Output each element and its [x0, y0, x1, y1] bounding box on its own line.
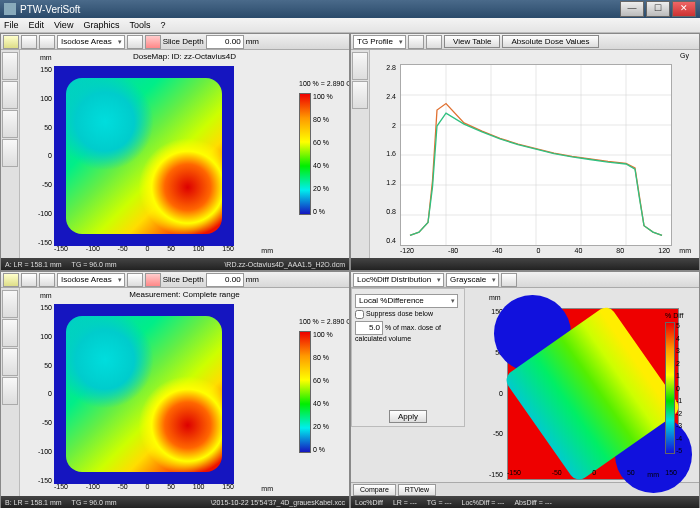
- sidetab[interactable]: [2, 81, 18, 109]
- slice-unit: mm: [246, 275, 259, 284]
- x-axis-ticks: -120-80-4004080120: [400, 247, 670, 254]
- apply-button[interactable]: Apply: [389, 410, 427, 423]
- y-axis-ticks: 150100500-50-100-150: [34, 304, 52, 484]
- slice-depth-input[interactable]: 0.00: [206, 35, 244, 49]
- slice-unit: mm: [246, 37, 259, 46]
- diff-controls: Local %Difference Suppress dose below 5.…: [351, 288, 465, 427]
- colorbar: 100 % = 2.890 Gy 100 %80 %60 %40 %20 %0 …: [299, 318, 343, 453]
- save-icon[interactable]: [21, 35, 37, 49]
- minimize-button[interactable]: —: [620, 1, 644, 17]
- normalization-text: 100 % = 2.890 Gy: [299, 80, 343, 87]
- sidetab[interactable]: [352, 52, 368, 80]
- x-axis-ticks: -150-100-50050100150: [54, 245, 234, 252]
- window-title: PTW-VeriSoft: [20, 4, 620, 15]
- maximize-button[interactable]: ☐: [646, 1, 670, 17]
- tab-compare[interactable]: Compare: [353, 484, 396, 496]
- suppress-label: Suppress dose below: [366, 310, 433, 317]
- sidetab[interactable]: [2, 139, 18, 167]
- sidetab[interactable]: [2, 52, 18, 80]
- abs-dose-button[interactable]: Absolute Dose Values: [502, 35, 598, 48]
- y-axis-ticks: 2.82.421.61.20.80.4: [376, 64, 396, 244]
- diff-dist-select[interactable]: Loc%Diff Distribution: [353, 273, 444, 287]
- profile-select[interactable]: TG Profile: [353, 35, 406, 49]
- colormap-select[interactable]: Grayscale: [446, 273, 499, 287]
- status-bar-d: Loc%DiffLR = ---TG = ---Loc%Diff = ---Ab…: [351, 496, 699, 508]
- suppress-checkbox[interactable]: [355, 310, 364, 319]
- normalization-text: 100 % = 2.890 Gy: [299, 318, 343, 325]
- app-icon: [4, 3, 16, 15]
- menu-help[interactable]: ?: [160, 20, 165, 30]
- x-axis-unit: mm: [679, 247, 691, 254]
- options-icon[interactable]: [426, 35, 442, 49]
- diff-colorbar: % Diff 543210-1-2-3-4-5: [665, 312, 695, 454]
- close-button[interactable]: ✕: [672, 1, 696, 17]
- heatmap[interactable]: [54, 66, 234, 246]
- status-bar-c: B: LR = 158.1 mmTG = 96.0 mm \2015-10-22…: [1, 496, 349, 508]
- x-axis-ticks: -150-100-50050100150: [54, 483, 234, 490]
- diff-mode-select[interactable]: Local %Difference: [355, 294, 458, 308]
- refresh-icon[interactable]: [408, 35, 424, 49]
- marker-icon[interactable]: [145, 35, 161, 49]
- open-file-icon[interactable]: [3, 35, 19, 49]
- sidetab[interactable]: [352, 81, 368, 109]
- print-icon[interactable]: [39, 35, 55, 49]
- tg-profile-plot[interactable]: Gy 2.82.421.61.20.80.4 -120-80-: [370, 50, 699, 258]
- dosemap-b-plot[interactable]: Measurement: Complete range mm 150100500…: [20, 288, 349, 496]
- overlay-select[interactable]: Isodose Areas: [57, 35, 125, 49]
- tab-rtview[interactable]: RTView: [398, 484, 436, 496]
- x-axis-unit: mm: [261, 485, 273, 492]
- sidetab[interactable]: [2, 377, 18, 405]
- heatmap[interactable]: [54, 304, 234, 484]
- pane-measurement-b: Isodose Areas Slice Depth 0.00 mm Measur…: [0, 271, 350, 508]
- pane-tg-profile: TG Profile View Table Absolute Dose Valu…: [350, 33, 700, 271]
- dosemap-a-plot[interactable]: DoseMap: ID: zz-Octavius4D mm 150100500-…: [20, 50, 349, 258]
- y-axis-ticks: 150100500-50-100-150: [34, 66, 52, 246]
- zoom-icon[interactable]: [127, 35, 143, 49]
- sidetab[interactable]: [2, 290, 18, 318]
- marker-icon[interactable]: [145, 273, 161, 287]
- line-chart[interactable]: [400, 64, 672, 246]
- view-table-button[interactable]: View Table: [444, 35, 500, 48]
- menu-edit[interactable]: Edit: [29, 20, 45, 30]
- slice-depth-input[interactable]: 0.00: [206, 273, 244, 287]
- window-titlebar: PTW-VeriSoft — ☐ ✕: [0, 0, 700, 18]
- slice-depth-label: Slice Depth: [163, 275, 204, 284]
- y-axis-unit: mm: [40, 292, 52, 299]
- suppress-value-input[interactable]: 5.0: [355, 321, 383, 335]
- menu-view[interactable]: View: [54, 20, 73, 30]
- status-bar-b: [351, 258, 699, 270]
- menu-graphics[interactable]: Graphics: [83, 20, 119, 30]
- diff-heatmap[interactable]: [507, 308, 679, 480]
- x-axis-unit: mm: [261, 247, 273, 254]
- print-icon[interactable]: [39, 273, 55, 287]
- save-icon[interactable]: [21, 273, 37, 287]
- overlay-select[interactable]: Isodose Areas: [57, 273, 125, 287]
- options-icon[interactable]: [501, 273, 517, 287]
- open-file-icon[interactable]: [3, 273, 19, 287]
- pane-dosemap-a: Isodose Areas Slice Depth 0.00 mm DoseMa…: [0, 33, 350, 271]
- zoom-icon[interactable]: [127, 273, 143, 287]
- sidetab[interactable]: [2, 319, 18, 347]
- plot-title: DoseMap: ID: zz-Octavius4D: [20, 50, 349, 63]
- y-axis-unit: Gy: [680, 52, 689, 59]
- sidetab[interactable]: [2, 110, 18, 138]
- status-bar-a: A: LR = 158.1 mmTG = 96.0 mm \RD.zz-Octa…: [1, 258, 349, 270]
- y-axis-unit: mm: [40, 54, 52, 61]
- menu-tools[interactable]: Tools: [129, 20, 150, 30]
- colorbar: 100 % = 2.890 Gy 100 %80 %60 %40 %20 %0 …: [299, 80, 343, 215]
- sidetab[interactable]: [2, 348, 18, 376]
- x-axis-unit: mm: [647, 471, 659, 478]
- slice-depth-label: Slice Depth: [163, 37, 204, 46]
- pane-difference: Loc%Diff Distribution Grayscale Local %D…: [350, 271, 700, 508]
- y-axis-unit: mm: [489, 294, 501, 301]
- menu-bar: File Edit View Graphics Tools ?: [0, 18, 700, 33]
- menu-file[interactable]: File: [4, 20, 19, 30]
- diff-plot[interactable]: mm 150500-50-150 -150-50050150 mm: [463, 288, 699, 482]
- plot-title: Measurement: Complete range: [20, 288, 349, 301]
